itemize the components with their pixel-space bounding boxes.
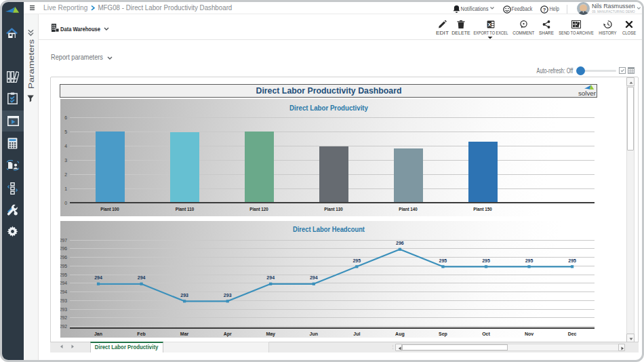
svg-text:CLOSE: CLOSE [622, 31, 637, 35]
svg-text:5: 5 [64, 129, 67, 134]
svg-text:295: 295 [60, 264, 67, 268]
svg-text:Nils Rasmussen: Nils Rasmussen [592, 2, 635, 9]
svg-text:294: 294 [60, 289, 67, 294]
svg-text:296: 296 [60, 246, 67, 251]
svg-text:SEND TO ARCHIVE: SEND TO ARCHIVE [559, 31, 594, 35]
svg-text:292: 292 [60, 315, 67, 320]
svg-text:Direct Labor Headcount: Direct Labor Headcount [293, 225, 365, 233]
svg-text:1: 1 [64, 186, 67, 191]
svg-text:May: May [266, 331, 275, 337]
svg-text:Plant 110: Plant 110 [176, 207, 195, 212]
svg-text:Nov: Nov [525, 331, 534, 336]
svg-text:295: 295 [439, 258, 447, 263]
svg-text:Direct Labor Productivity Dash: Direct Labor Productivity Dashboard [256, 85, 402, 96]
svg-text:X: X [487, 22, 491, 28]
svg-text:Plant 120: Plant 120 [249, 207, 268, 212]
svg-text:solver: solver [578, 89, 596, 97]
svg-text:COMMENT: COMMENT [512, 31, 534, 35]
svg-text:0: 0 [64, 201, 67, 205]
svg-text:294: 294 [94, 275, 102, 280]
svg-text:Jun: Jun [310, 331, 318, 336]
svg-text:Data Warehouse: Data Warehouse [60, 25, 100, 33]
svg-text:Live Reporting: Live Reporting [43, 4, 87, 12]
svg-text:?: ? [543, 7, 546, 13]
svg-text:Plant 130: Plant 130 [324, 207, 343, 212]
svg-text:MFG08 - Direct Labor Productiv: MFG08 - Direct Labor Productivity Dashbo… [98, 4, 233, 12]
svg-text:294: 294 [138, 275, 146, 280]
svg-text:295: 295 [60, 273, 67, 277]
svg-text:4: 4 [64, 144, 67, 148]
svg-text:296: 296 [60, 255, 67, 260]
svg-text:293: 293 [180, 293, 188, 298]
svg-text:Mar: Mar [180, 331, 189, 336]
svg-text:2: 2 [64, 172, 67, 177]
svg-text:293: 293 [60, 307, 67, 312]
svg-text:Direct Labor Productivity: Direct Labor Productivity [289, 104, 368, 112]
svg-text:Report parameters: Report parameters [51, 53, 103, 61]
svg-text:Parameters: Parameters [27, 39, 35, 89]
svg-text:293: 293 [224, 293, 232, 298]
svg-text:295: 295 [568, 258, 576, 263]
svg-text:Plant 150: Plant 150 [473, 207, 492, 212]
svg-text:Oct: Oct [482, 331, 490, 336]
svg-text:294: 294 [310, 275, 318, 280]
svg-text:295: 295 [353, 258, 361, 263]
svg-text:293: 293 [60, 298, 67, 303]
svg-text:Auto-refresh: Off: Auto-refresh: Off [537, 67, 573, 75]
svg-text:Aug: Aug [395, 331, 405, 337]
svg-text:Sep: Sep [439, 331, 447, 337]
svg-text:EXPORT TO EXCEL: EXPORT TO EXCEL [473, 31, 508, 35]
svg-text:292: 292 [60, 324, 67, 329]
svg-text:Jan: Jan [94, 331, 102, 336]
svg-text:Direct Labor Productivity: Direct Labor Productivity [95, 343, 159, 350]
svg-text:SHARE: SHARE [539, 31, 554, 35]
svg-text:294: 294 [60, 281, 67, 285]
svg-text:297: 297 [60, 238, 67, 243]
svg-text:DELETE: DELETE [451, 31, 470, 35]
svg-text:Feb: Feb [137, 331, 145, 336]
svg-text:295: 295 [525, 258, 534, 263]
svg-text:Help: Help [550, 5, 559, 12]
svg-text:295: 295 [482, 258, 490, 263]
svg-text:Jul: Jul [353, 331, 360, 336]
svg-text:Dec: Dec [568, 331, 577, 336]
svg-text:Notifications: Notifications [461, 5, 489, 12]
svg-text:HISTORY: HISTORY [599, 31, 617, 35]
svg-text:Plant 100: Plant 100 [100, 207, 119, 212]
svg-text:3: 3 [64, 158, 67, 163]
svg-text:296: 296 [396, 241, 404, 245]
svg-text:6: 6 [64, 115, 67, 120]
svg-text:Apr: Apr [224, 331, 232, 337]
svg-text:294: 294 [266, 275, 275, 280]
svg-text:Plant 140: Plant 140 [399, 207, 418, 212]
svg-text:09. MANUFACTURING DEMO: 09. MANUFACTURING DEMO [592, 9, 635, 14]
svg-text:EDIT: EDIT [436, 31, 449, 35]
svg-text:Feedback: Feedback [511, 5, 532, 12]
